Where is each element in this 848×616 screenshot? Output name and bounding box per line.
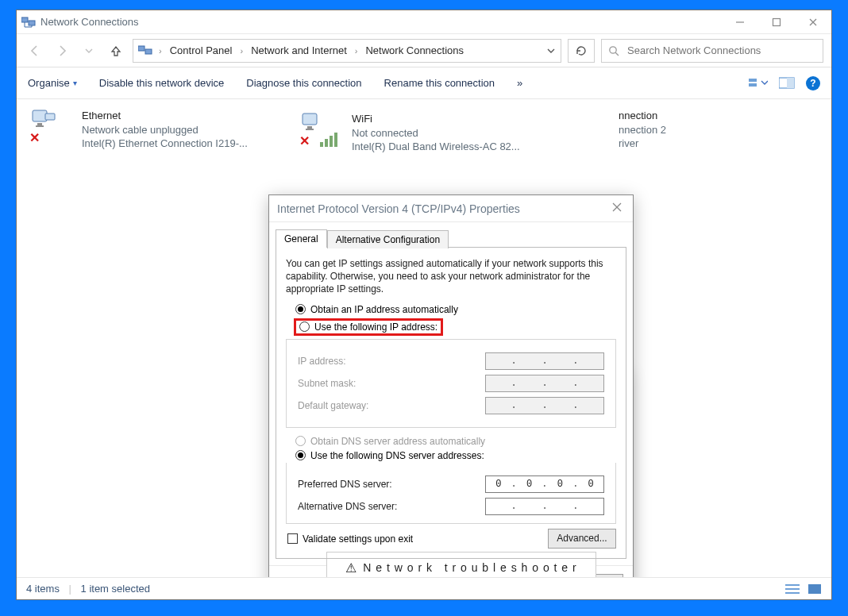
radio-label: Obtain an IP address automatically — [310, 304, 458, 315]
advanced-button[interactable]: Advanced... — [548, 529, 616, 549]
label: Preferred DNS server: — [298, 479, 392, 490]
ipv4-properties-dialog: Internet Protocol Version 4 (TCP/IPv4) P… — [268, 194, 634, 577]
breadcrumb-network-connections[interactable]: Network Connections — [364, 43, 465, 58]
view-options-button[interactable] — [749, 77, 768, 90]
octet: 0 — [495, 479, 501, 490]
chevron-right-icon[interactable]: › — [353, 46, 360, 56]
svg-rect-17 — [33, 110, 47, 121]
radio-use-following-dns[interactable]: Use the following DNS server addresses: — [295, 450, 616, 461]
row-alt-dns: Alternative DNS server: . . . — [298, 498, 604, 515]
ethernet-icon: ✕ — [31, 109, 74, 145]
svg-rect-9 — [138, 46, 145, 51]
details-view-button[interactable] — [785, 583, 800, 595]
up-button[interactable] — [106, 40, 126, 61]
radio-use-following-ip[interactable]: Use the following IP address: — [299, 321, 437, 333]
dns-fields-group: Preferred DNS server: 0. 0. 0. 0 Alterna… — [286, 463, 616, 524]
octet: 0 — [557, 479, 563, 490]
svg-rect-6 — [773, 18, 781, 25]
row-default-gateway: Default gateway: . . . — [298, 397, 604, 414]
svg-rect-16 — [787, 78, 794, 88]
label: Alternative DNS server: — [298, 501, 397, 512]
connection-status: Network cable unplugged — [82, 123, 248, 137]
forward-button[interactable] — [52, 40, 72, 61]
explorer-window: Network Connections › Control Panel › N — [16, 10, 832, 600]
breadcrumb-network-internet[interactable]: Network and Internet — [249, 43, 349, 58]
label: Default gateway: — [298, 400, 368, 411]
close-icon[interactable] — [612, 202, 625, 215]
maximize-button[interactable] — [758, 10, 795, 34]
breadcrumb-control-panel[interactable]: Control Panel — [168, 43, 234, 58]
svg-rect-22 — [307, 126, 312, 129]
tab-general[interactable]: General — [276, 229, 327, 248]
svg-rect-20 — [45, 114, 55, 120]
search-input[interactable] — [626, 44, 816, 57]
dialog-titlebar: Internet Protocol Version 4 (TCP/IPv4) P… — [269, 195, 633, 222]
rename-button[interactable]: Rename this connection — [384, 77, 495, 89]
connection-ethernet[interactable]: ✕ Ethernet Network cable unplugged Intel… — [28, 104, 298, 159]
connection-wifi[interactable]: ✕ WiFi Not connected Intel(R) Dual Band … — [298, 107, 568, 159]
row-preferred-dns: Preferred DNS server: 0. 0. 0. 0 — [298, 475, 604, 493]
overflow-button[interactable]: » — [517, 77, 522, 89]
intro-text: You can get IP settings assigned automat… — [286, 257, 616, 296]
radio-obtain-dns-auto: Obtain DNS server address automatically — [295, 436, 616, 447]
alt-dns-input[interactable]: . . . — [485, 498, 604, 515]
status-items: 4 items — [26, 583, 60, 595]
help-icon[interactable]: ? — [806, 76, 820, 90]
caret-down-icon: ▾ — [73, 79, 77, 87]
search-box[interactable] — [601, 39, 823, 63]
highlight-use-following-ip: Use the following IP address: — [294, 318, 443, 336]
organise-label: Organise — [28, 77, 70, 89]
ip-address-input: . . . — [485, 352, 604, 370]
error-x-icon: ✕ — [29, 130, 40, 145]
address-bar[interactable]: › Control Panel › Network and Internet ›… — [133, 39, 561, 63]
error-x-icon: ✕ — [299, 133, 310, 148]
radio-icon — [295, 450, 306, 460]
connection-status: Not connected — [352, 126, 520, 141]
connection-device: Intel(R) Dual Band Wireless-AC 82... — [352, 140, 520, 154]
search-icon — [608, 45, 619, 56]
connection-title: nnection — [619, 109, 666, 123]
network-connections-icon — [138, 45, 152, 56]
close-button[interactable] — [795, 10, 831, 34]
disable-device-button[interactable]: Disable this network device — [99, 77, 225, 89]
minimize-button[interactable] — [722, 10, 758, 34]
default-gateway-input: . . . — [485, 397, 604, 414]
troubleshooter-label: N e t w o r k t r o u b l e s h o o t e … — [363, 561, 576, 574]
diagnose-button[interactable]: Diagnose this connection — [246, 77, 361, 89]
svg-line-12 — [615, 52, 619, 56]
radio-obtain-ip-auto[interactable]: Obtain an IP address automatically — [295, 304, 616, 315]
status-bar: 4 items | 1 item selected — [17, 577, 831, 599]
radio-icon — [295, 304, 306, 314]
chevron-right-icon[interactable]: › — [157, 46, 164, 56]
chevron-right-icon[interactable]: › — [238, 46, 245, 56]
octet: 0 — [526, 479, 532, 490]
large-icons-view-button[interactable] — [808, 583, 822, 595]
warning-icon: ⚠ — [345, 560, 357, 576]
organise-menu[interactable]: Organise ▾ — [28, 77, 77, 89]
connection-status: nnection 2 — [619, 123, 666, 137]
network-connections-icon — [21, 16, 36, 29]
status-selected: 1 item selected — [81, 583, 150, 595]
address-dropdown[interactable] — [546, 46, 556, 56]
window-title: Network Connections — [40, 16, 139, 28]
svg-point-11 — [610, 46, 616, 52]
titlebar: Network Connections — [17, 10, 831, 34]
wifi-icon: ✕ — [301, 112, 344, 148]
checkbox-icon — [287, 533, 298, 544]
preview-pane-button[interactable] — [779, 77, 795, 90]
radio-label: Use the following IP address: — [314, 321, 437, 333]
signal-bars-icon — [320, 133, 337, 147]
connection-partial[interactable]: nnection nnection 2 river — [615, 104, 831, 156]
tab-alt-config[interactable]: Alternative Configuration — [327, 230, 449, 248]
preferred-dns-input[interactable]: 0. 0. 0. 0 — [485, 475, 604, 493]
radio-label: Use the following DNS server addresses: — [310, 450, 484, 461]
svg-rect-18 — [37, 123, 42, 125]
svg-rect-10 — [145, 49, 152, 54]
label: IP address: — [298, 356, 345, 367]
recent-dropdown[interactable] — [79, 40, 99, 61]
back-button[interactable] — [25, 40, 45, 61]
status-divider: | — [69, 583, 71, 595]
refresh-button[interactable] — [568, 39, 595, 63]
subnet-mask-input: . . . — [485, 375, 604, 392]
svg-rect-19 — [36, 125, 44, 127]
